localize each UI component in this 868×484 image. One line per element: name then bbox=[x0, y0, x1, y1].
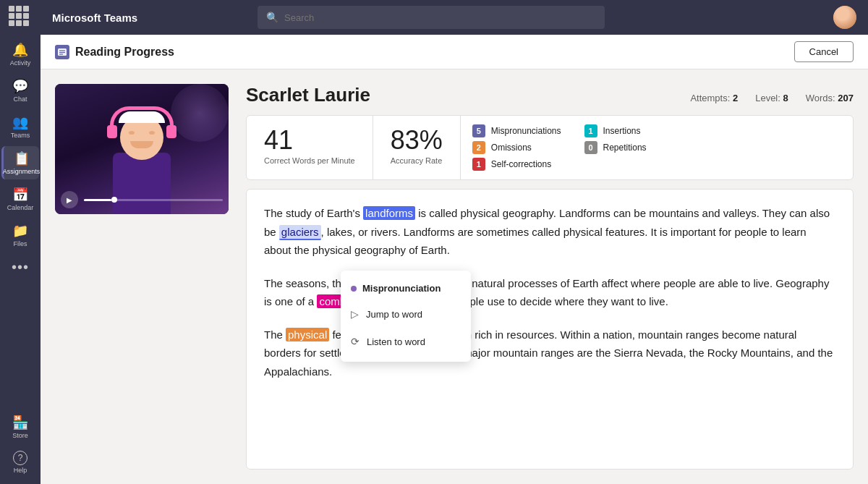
repetitions-label: Repetitions bbox=[603, 143, 647, 153]
repetitions-badge: 0 Repetitions bbox=[584, 141, 647, 154]
highlight-landforms[interactable]: landforms bbox=[363, 206, 415, 220]
listen-to-word-label: Listen to word bbox=[367, 334, 425, 350]
accuracy-block: 83% Accuracy Rate bbox=[373, 116, 461, 179]
avatar-image bbox=[833, 6, 856, 29]
search-icon: 🔍 bbox=[266, 12, 278, 23]
jump-to-word-label: Jump to word bbox=[366, 307, 422, 323]
sidebar-item-more[interactable]: ••• bbox=[1, 255, 39, 280]
jump-to-word-item[interactable]: ▷ Jump to word bbox=[341, 301, 471, 328]
jump-icon: ▷ bbox=[351, 306, 359, 323]
omissions-badge: 2 Omissions bbox=[472, 141, 561, 154]
avatar[interactable] bbox=[833, 6, 856, 29]
progress-fill bbox=[84, 199, 111, 201]
play-button[interactable]: ▶ bbox=[61, 191, 78, 208]
sidebar-item-label: Teams bbox=[11, 132, 30, 139]
sidebar-item-calendar[interactable]: 📅 Calendar bbox=[1, 182, 39, 216]
cwpm-block: 41 Correct Words per Minute bbox=[247, 116, 373, 179]
eye-left bbox=[129, 131, 135, 135]
right-panel: Scarlet Laurie Attempts: 2 Level: 8 Word… bbox=[246, 84, 854, 470]
video-box: ▶ bbox=[55, 84, 229, 214]
sidebar-item-label: Calendar bbox=[7, 204, 34, 211]
mispronunciations-label: Mispronunciations bbox=[491, 126, 561, 136]
page-title: Reading Progress bbox=[75, 46, 174, 59]
level-label: Level: 8 bbox=[755, 93, 788, 103]
topbar: Microsoft Teams 🔍 bbox=[41, 0, 868, 35]
listen-to-word-item[interactable]: ⟳ Listen to word bbox=[341, 328, 471, 356]
sidebar-item-label: Files bbox=[13, 240, 27, 247]
headphone-left-ear bbox=[107, 125, 117, 138]
attempts-label: Attempts: 2 bbox=[690, 93, 738, 103]
eye-right bbox=[149, 131, 155, 135]
mispronunciation-dot bbox=[351, 286, 357, 292]
sidebar-item-label: Activity bbox=[10, 59, 31, 67]
listen-icon: ⟳ bbox=[351, 334, 359, 351]
header-bar: Reading Progress Cancel bbox=[41, 35, 868, 69]
search-input[interactable] bbox=[284, 12, 596, 23]
cwpm-value: 41 bbox=[264, 127, 355, 153]
student-head bbox=[120, 115, 163, 160]
reading-paragraph-1: The study of Earth's landforms is called… bbox=[264, 204, 835, 260]
mispronunciations-count: 5 bbox=[472, 124, 485, 137]
headphones-arc bbox=[110, 106, 174, 125]
sidebar-item-activity[interactable]: 🔔 Activity bbox=[1, 38, 39, 71]
sidebar-item-label: Store bbox=[12, 432, 28, 439]
sidebar-item-label: Chat bbox=[13, 95, 27, 103]
sidebar-item-store[interactable]: 🏪 Store bbox=[1, 410, 39, 443]
badges-block: 5 Mispronunciations 2 Omissions 1 Self-c… bbox=[461, 116, 853, 179]
calendar-icon: 📅 bbox=[12, 187, 28, 203]
attempts-value: 2 bbox=[733, 93, 738, 103]
sidebar-item-help[interactable]: ? Help bbox=[1, 446, 39, 478]
bg-light bbox=[171, 84, 229, 142]
more-icon: ••• bbox=[12, 259, 29, 276]
cancel-button[interactable]: Cancel bbox=[794, 41, 854, 62]
level-value: 8 bbox=[783, 93, 788, 103]
highlight-glaciers[interactable]: glaciers bbox=[279, 225, 321, 240]
content-area: Reading Progress Cancel bbox=[41, 35, 868, 484]
activity-icon: 🔔 bbox=[12, 42, 28, 58]
page-content: ▶ Scarlet Laurie Attempts: 2 bbox=[41, 69, 868, 484]
insertions-count: 1 bbox=[584, 124, 597, 137]
reading-text: The study of Earth's landforms is called… bbox=[246, 189, 854, 470]
smile bbox=[130, 141, 153, 148]
main-container: Microsoft Teams 🔍 Reading Progress Cance… bbox=[41, 0, 868, 484]
omissions-label: Omissions bbox=[491, 143, 532, 153]
progress-dot bbox=[111, 197, 117, 203]
self-corrections-badge: 1 Self-corrections bbox=[472, 158, 561, 171]
reading-progress-icon bbox=[55, 45, 69, 59]
self-corrections-count: 1 bbox=[472, 158, 485, 171]
sidebar-item-label: Help bbox=[14, 467, 27, 474]
sidebar-item-teams[interactable]: 👥 Teams bbox=[1, 110, 39, 143]
student-header: Scarlet Laurie Attempts: 2 Level: 8 Word… bbox=[246, 84, 854, 106]
words-label: Words: 207 bbox=[806, 93, 854, 103]
sidebar: 🔔 Activity 💬 Chat 👥 Teams 📋 Assignments … bbox=[0, 0, 41, 484]
store-icon: 🏪 bbox=[12, 415, 28, 430]
cwpm-label: Correct Words per Minute bbox=[264, 156, 355, 165]
omissions-count: 2 bbox=[472, 141, 485, 154]
stats-row: 41 Correct Words per Minute 83% Accuracy… bbox=[246, 115, 854, 180]
accuracy-label: Accuracy Rate bbox=[391, 156, 443, 165]
accuracy-value: 83% bbox=[391, 127, 443, 153]
assignments-icon: 📋 bbox=[14, 150, 30, 166]
teams-icon: 👥 bbox=[12, 114, 28, 130]
sidebar-item-chat[interactable]: 💬 Chat bbox=[1, 74, 39, 107]
help-icon: ? bbox=[13, 451, 27, 465]
sidebar-item-label: Assignments bbox=[3, 168, 41, 175]
student-meta: Attempts: 2 Level: 8 Words: 207 bbox=[690, 93, 854, 103]
search-bar[interactable]: 🔍 bbox=[258, 6, 605, 29]
insertions-label: Insertions bbox=[603, 126, 641, 136]
video-controls: ▶ bbox=[61, 191, 223, 208]
chat-icon: 💬 bbox=[12, 78, 28, 94]
video-progress-bar[interactable] bbox=[84, 199, 223, 201]
sidebar-item-files[interactable]: 📁 Files bbox=[1, 218, 39, 252]
files-icon: 📁 bbox=[12, 223, 28, 239]
sidebar-item-assignments[interactable]: 📋 Assignments bbox=[1, 146, 39, 179]
highlight-physical[interactable]: physical bbox=[286, 328, 329, 341]
app-launcher-icon[interactable] bbox=[9, 6, 32, 29]
student-name: Scarlet Laurie bbox=[246, 84, 370, 106]
words-value: 207 bbox=[838, 93, 854, 103]
repetitions-count: 0 bbox=[584, 141, 597, 154]
context-menu-title: Mispronunciation bbox=[362, 281, 441, 297]
self-corrections-label: Self-corrections bbox=[491, 159, 551, 169]
video-panel: ▶ bbox=[55, 84, 229, 470]
context-menu: Mispronunciation ▷ Jump to word ⟳ Listen… bbox=[341, 271, 471, 362]
